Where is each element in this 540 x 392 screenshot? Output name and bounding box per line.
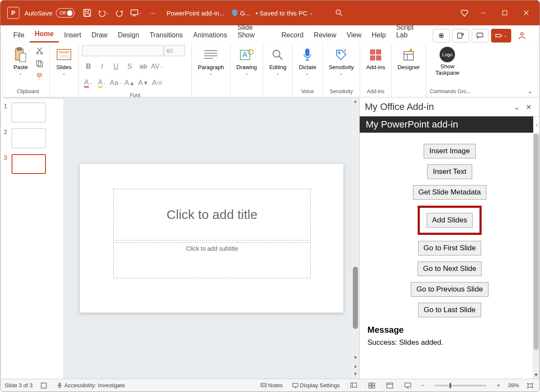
tab-insert[interactable]: Insert xyxy=(59,28,86,43)
underline-button[interactable]: U xyxy=(109,61,122,73)
designer-button[interactable]: Designer xyxy=(395,45,422,72)
camera-button[interactable] xyxy=(433,29,449,43)
taskpane-close-icon[interactable]: ✕ xyxy=(522,101,534,113)
tab-record[interactable]: Record xyxy=(276,28,309,43)
tab-review[interactable]: Review xyxy=(309,28,341,43)
slide-thumb-3[interactable] xyxy=(12,154,46,174)
grow-font-button[interactable]: A▲ xyxy=(123,77,136,89)
slides-button[interactable]: Slides ⌄ xyxy=(53,45,75,77)
account-button[interactable] xyxy=(514,29,531,43)
copy-icon[interactable] xyxy=(33,58,46,69)
notes-button[interactable]: Notes xyxy=(259,382,285,389)
share-button[interactable]: ⌄ xyxy=(491,29,511,43)
sorter-view-icon[interactable] xyxy=(366,381,378,390)
scroll-thumb[interactable] xyxy=(534,134,539,350)
show-taskpane-button[interactable]: LogoShow Taskpane xyxy=(430,45,465,78)
scroll-up-icon[interactable]: ▲ xyxy=(352,97,359,104)
subtitle-placeholder[interactable]: Click to add subtitle xyxy=(113,242,311,278)
paste-button[interactable]: Paste ⌄ xyxy=(10,45,31,77)
drawing-button[interactable]: ADrawing⌄ xyxy=(234,45,260,77)
tab-file[interactable]: File xyxy=(8,28,30,43)
teams-button[interactable] xyxy=(452,29,469,43)
slideshow-view-icon[interactable] xyxy=(402,381,414,390)
format-painter-icon[interactable] xyxy=(33,71,46,82)
reading-view-icon[interactable] xyxy=(384,381,396,390)
zoom-out-button[interactable]: − xyxy=(420,382,427,389)
save-status[interactable]: • Saved to this PC ⌄ xyxy=(255,9,313,17)
qat-more-icon[interactable]: ⋯ xyxy=(145,6,160,20)
font-name-combo[interactable] xyxy=(82,45,164,56)
maximize-button[interactable] xyxy=(495,3,515,23)
ribbon-collapse-icon[interactable]: ⌄ xyxy=(528,88,533,94)
scroll-thumb[interactable] xyxy=(353,267,358,329)
zoom-level[interactable]: 39% xyxy=(508,382,519,389)
insert-text-button[interactable]: Insert Text xyxy=(427,164,472,179)
tab-scriptlab[interactable]: Script Lab xyxy=(391,20,431,43)
zoom-slider-thumb[interactable] xyxy=(449,383,451,388)
scroll-track[interactable] xyxy=(352,104,359,354)
tab-view[interactable]: View xyxy=(342,28,367,43)
search-icon[interactable] xyxy=(332,6,346,20)
close-button[interactable] xyxy=(516,3,536,23)
next-slide-icon[interactable]: ▼ xyxy=(352,370,359,377)
slide-canvas[interactable]: Click to add title Click to add subtitle… xyxy=(64,97,359,379)
font-color-button[interactable]: A xyxy=(82,77,95,89)
goto-last-button[interactable]: Go to Last Slide xyxy=(418,303,481,317)
present-icon[interactable]: ⌄ xyxy=(129,6,143,20)
sensitivity-indicator[interactable]: G... xyxy=(231,9,250,17)
font-size-combo[interactable]: 60 xyxy=(164,45,185,56)
minimize-button[interactable] xyxy=(473,3,493,23)
tab-draw[interactable]: Draw xyxy=(86,28,112,43)
slide-thumb-1[interactable] xyxy=(12,103,46,122)
sensitivity-button[interactable]: Sensitivity⌄ xyxy=(326,45,357,77)
accessibility-button[interactable]: Accessibility: Investigate xyxy=(55,382,127,389)
get-metadata-button[interactable]: Get Slide Metadata xyxy=(413,185,487,200)
tab-slideshow[interactable]: Slide Show xyxy=(232,20,276,43)
redo-icon[interactable] xyxy=(112,6,127,20)
save-icon[interactable] xyxy=(80,6,94,20)
paragraph-button[interactable]: Paragraph⌄ xyxy=(195,45,227,77)
goto-first-button[interactable]: Go to First Slide xyxy=(418,241,482,255)
goto-prev-button[interactable]: Go to Previous Slide xyxy=(411,282,488,297)
diamond-icon[interactable] xyxy=(457,6,472,20)
vertical-scrollbar[interactable]: ▲ ▼ ▲ ▼ xyxy=(352,97,359,379)
taskpane-more-icon[interactable]: ▼ xyxy=(534,372,539,378)
bold-button[interactable]: B xyxy=(82,61,95,73)
tab-design[interactable]: Design xyxy=(113,28,145,43)
taskpane-scrollbar[interactable] xyxy=(533,133,540,379)
cut-icon[interactable] xyxy=(33,45,46,56)
italic-button[interactable]: I xyxy=(96,61,109,73)
scroll-down-icon[interactable]: ▼ xyxy=(352,354,359,361)
display-settings-button[interactable]: Display Settings xyxy=(291,382,342,389)
prev-slide-icon[interactable]: ▲ xyxy=(352,362,359,369)
zoom-slider[interactable] xyxy=(435,385,486,386)
tab-animations[interactable]: Animations xyxy=(188,28,232,43)
spellcheck-icon[interactable] xyxy=(39,382,49,389)
tab-home[interactable]: Home xyxy=(30,27,59,43)
undo-icon[interactable]: ⌄ xyxy=(96,6,111,20)
tab-transitions[interactable]: Transitions xyxy=(144,28,188,43)
insert-image-button[interactable]: Insert Image xyxy=(424,144,476,158)
title-placeholder[interactable]: Click to add title xyxy=(113,189,311,240)
addins-button[interactable]: Add-ins xyxy=(364,45,388,72)
change-case-button[interactable]: Aa xyxy=(109,77,122,89)
slide-position[interactable]: Slide 3 of 3 xyxy=(5,382,33,389)
char-spacing-button[interactable]: AV xyxy=(151,61,164,73)
fit-window-icon[interactable] xyxy=(525,383,535,389)
add-slides-button[interactable]: Add Slides xyxy=(427,213,473,228)
goto-next-button[interactable]: Go to Next Slide xyxy=(418,261,482,276)
highlight-button[interactable]: A xyxy=(96,77,109,89)
comments-button[interactable] xyxy=(472,29,488,43)
autosave-toggle[interactable]: AutoSave Off xyxy=(24,8,75,18)
strikethrough-button[interactable]: ab xyxy=(137,61,150,73)
dictate-button[interactable]: Dictate⌄ xyxy=(296,45,319,77)
zoom-in-button[interactable]: + xyxy=(495,382,502,389)
tab-help[interactable]: Help xyxy=(367,28,391,43)
shadow-button[interactable]: S xyxy=(123,61,136,73)
shrink-font-button[interactable]: A▼ xyxy=(137,77,150,89)
slide-thumb-2[interactable] xyxy=(12,128,46,148)
taskpane-collapse-icon[interactable]: ‹ xyxy=(533,116,540,134)
clear-format-button[interactable]: A⌫ xyxy=(151,77,164,89)
taskpane-menu-icon[interactable]: ⌄ xyxy=(510,101,522,113)
editing-button[interactable]: Editing⌄ xyxy=(267,45,289,77)
